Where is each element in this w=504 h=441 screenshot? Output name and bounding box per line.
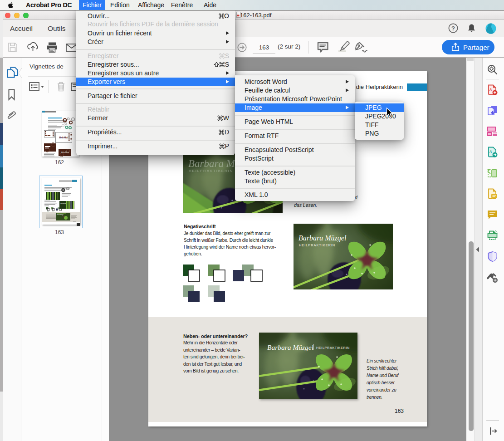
svg-text:HEILPRAKTIKERIN: HEILPRAKTIKERIN <box>189 169 233 173</box>
svg-text:?: ? <box>451 25 455 32</box>
svg-text:BrbMzl: BrbMzl <box>59 136 68 139</box>
svg-text:BrbrM: BrbrM <box>60 202 66 205</box>
svg-text:BrbrMzgl: BrbrMzgl <box>61 151 69 153</box>
svg-text:HEILPRAKTIKERIN: HEILPRAKTIKERIN <box>299 243 335 247</box>
svg-text:HEILPRAKTIKERIN: HEILPRAKTIKERIN <box>316 346 350 350</box>
svg-text:Barbara Müzgel: Barbara Müzgel <box>267 343 313 351</box>
svg-text:A: A <box>489 150 492 154</box>
svg-text:A: A <box>489 88 492 92</box>
svg-text:BrbrMzgl: BrbrMzgl <box>57 214 64 216</box>
svg-text:Barbara Müzgel: Barbara Müzgel <box>298 234 347 242</box>
